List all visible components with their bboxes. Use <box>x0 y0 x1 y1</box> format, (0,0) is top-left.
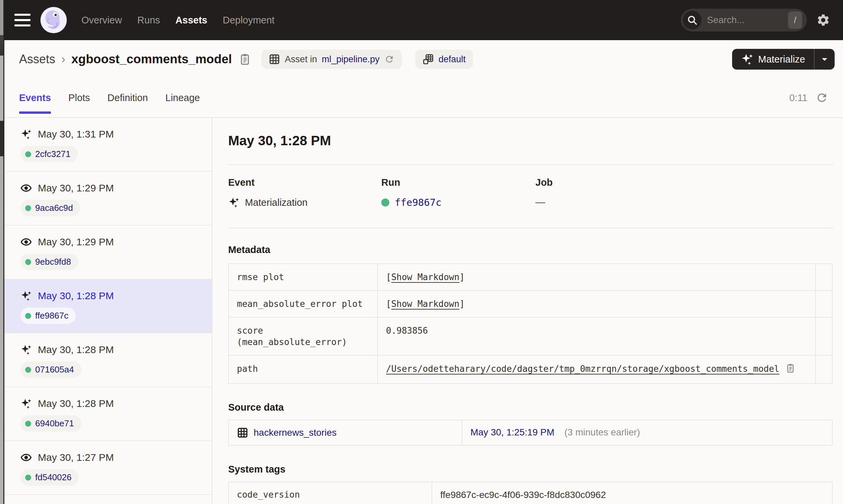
top-nav: Overview Runs Assets Deployment / <box>4 0 843 40</box>
metadata-value: [Show Markdown] <box>378 264 815 290</box>
event-detail-pane: May 30, 1:28 PM Event Materialization Ru… <box>212 118 843 504</box>
source-timestamp-link[interactable]: May 30, 1:25:19 PM <box>470 427 554 438</box>
event-timestamp: May 30, 1:28 PM <box>38 344 114 355</box>
tab-plots[interactable]: Plots <box>68 78 90 117</box>
event-list-item[interactable]: May 30, 1:28 PM 071605a4 <box>4 333 212 387</box>
sparkle-icon <box>741 53 754 66</box>
run-id-pill[interactable]: 9aca6c9d <box>20 200 81 216</box>
job-label: Job <box>535 177 833 188</box>
source-asset-link[interactable]: hackernews_stories <box>254 427 337 438</box>
materialize-label: Materialize <box>758 54 805 65</box>
run-label: Run <box>381 177 535 188</box>
event-timestamp: May 30, 1:28 PM <box>38 290 114 302</box>
event-list-item[interactable]: May 30, 1:28 PM 6940be71 <box>4 387 212 441</box>
metadata-gutter-cell <box>815 355 832 383</box>
nav-overview[interactable]: Overview <box>82 15 122 26</box>
clipboard-icon[interactable] <box>239 53 251 66</box>
run-id-link: 9aca6c9d <box>35 203 73 213</box>
event-list-item-selected[interactable]: May 30, 1:28 PM ffe9867c <box>4 280 212 333</box>
run-id-pill[interactable]: 2cfc3271 <box>20 146 78 162</box>
global-search[interactable]: / <box>681 9 807 32</box>
divider <box>228 164 833 165</box>
metadata-key: mean_absolute_error plot <box>228 290 378 317</box>
event-timestamp: May 30, 1:31 PM <box>38 128 114 140</box>
materialize-button[interactable]: Materialize <box>732 49 814 70</box>
run-id-pill[interactable]: ffe9867c <box>20 308 76 324</box>
metadata-gutter-cell <box>815 264 832 290</box>
metadata-key: rmse plot <box>228 264 378 290</box>
run-id-pill[interactable]: fd540026 <box>20 469 79 486</box>
run-id-pill[interactable]: 071605a4 <box>20 361 82 378</box>
metadata-gutter-cell <box>815 317 832 355</box>
source-data-table: hackernews_stories May 30, 1:25:19 PM (3… <box>228 420 832 446</box>
event-list-item[interactable]: May 30, 1:31 PM 2cfc3271 <box>4 118 212 172</box>
event-list-item[interactable]: May 30, 1:27 PM fd540026 <box>4 441 212 495</box>
run-status-dot <box>381 198 389 206</box>
system-tags-heading: System tags <box>228 464 833 475</box>
run-id-pill[interactable]: 6940be71 <box>20 415 82 432</box>
tab-lineage[interactable]: Lineage <box>166 78 200 117</box>
breadcrumb-assets-link[interactable]: Assets <box>19 52 55 66</box>
path-link[interactable]: /Users/odetteharary/code/dagster/tmp_0mz… <box>386 364 779 374</box>
asset-grid-icon <box>237 427 248 438</box>
dagster-logo[interactable] <box>40 6 67 34</box>
materialization-sparkle-icon <box>20 344 32 355</box>
run-status-dot <box>25 367 31 373</box>
metadata-gutter-cell <box>815 290 832 317</box>
show-markdown-link[interactable]: Show Markdown <box>391 299 460 309</box>
refresh-icon[interactable] <box>815 91 828 104</box>
run-id-pill[interactable]: 9ebc9fd8 <box>20 254 79 270</box>
refresh-timer: 0:11 <box>789 92 808 103</box>
tab-definition[interactable]: Definition <box>107 78 148 117</box>
source-time-cell: May 30, 1:25:19 PM (3 minutes earlier) <box>462 420 832 446</box>
metadata-key: score (mean_absolute_error) <box>228 317 378 355</box>
event-timestamp: May 30, 1:27 PM <box>38 452 114 463</box>
asset-group-icon <box>423 54 434 65</box>
metadata-value: /Users/odetteharary/code/dagster/tmp_0mz… <box>378 355 815 383</box>
source-asset-cell: hackernews_stories <box>228 420 462 446</box>
event-timestamp: May 30, 1:29 PM <box>38 182 114 194</box>
event-detail-title: May 30, 1:28 PM <box>228 133 833 148</box>
event-list-item[interactable]: May 30, 1:29 PM 9ebc9fd8 <box>4 226 212 280</box>
materialize-split-button: Materialize <box>732 49 835 70</box>
observation-eye-icon <box>20 452 32 463</box>
asset-name-title: xgboost_comments_model <box>71 52 232 66</box>
gear-icon[interactable] <box>816 13 830 27</box>
run-id-link: 6940be71 <box>35 418 74 429</box>
event-list-sidebar: May 30, 1:31 PM 2cfc3271 May 30, 1:29 PM… <box>4 118 212 504</box>
refresh-icon[interactable] <box>384 54 394 64</box>
run-id-link[interactable]: ffe9867c <box>395 197 442 208</box>
metadata-row: rmse plot [Show Markdown] <box>228 264 832 290</box>
menu-icon[interactable] <box>14 14 31 26</box>
event-list-item[interactable]: May 30, 1:29 PM 9aca6c9d <box>4 172 212 226</box>
search-input[interactable] <box>707 15 783 25</box>
event-label: Event <box>228 177 381 188</box>
materialization-sparkle-icon <box>20 290 32 302</box>
event-list-item-cutoff <box>4 495 212 504</box>
system-tag-key: code_version <box>228 482 432 504</box>
source-data-row: hackernews_stories May 30, 1:25:19 PM (3… <box>228 420 832 446</box>
event-timestamp: May 30, 1:29 PM <box>38 236 114 248</box>
system-tags-table: code_version ffe9867c-ec9c-4f06-939c-f8d… <box>228 482 832 504</box>
asset-group-link[interactable]: default <box>438 54 466 65</box>
breadcrumb-separator: › <box>61 52 65 66</box>
run-status-dot <box>25 151 31 157</box>
job-value: — <box>535 197 545 208</box>
tab-events[interactable]: Events <box>19 78 51 117</box>
metadata-row: path /Users/odetteharary/code/dagster/tm… <box>228 355 832 383</box>
nav-runs[interactable]: Runs <box>137 15 160 26</box>
materialize-dropdown-button[interactable] <box>814 49 835 70</box>
asset-location-badge: Asset in ml_pipeline.py <box>261 50 402 69</box>
show-markdown-link[interactable]: Show Markdown <box>391 272 460 282</box>
clipboard-icon[interactable] <box>785 365 795 375</box>
materialization-sparkle-icon <box>228 197 240 208</box>
metadata-value: 0.983856 <box>378 317 815 355</box>
nav-deployment[interactable]: Deployment <box>223 15 275 26</box>
asset-group-badge: default <box>415 50 473 69</box>
nav-assets[interactable]: Assets <box>176 15 207 26</box>
run-status-dot <box>25 205 31 211</box>
source-data-heading: Source data <box>228 402 833 413</box>
asset-location-file-link[interactable]: ml_pipeline.py <box>322 54 380 65</box>
run-status-dot <box>25 313 31 319</box>
metadata-row: score (mean_absolute_error) 0.983856 <box>228 317 832 355</box>
